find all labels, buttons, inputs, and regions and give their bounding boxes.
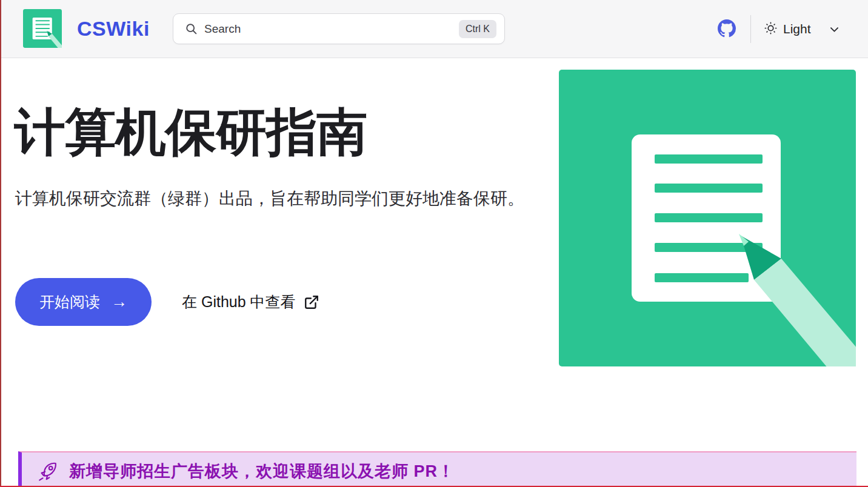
theme-toggle[interactable]: Light [764,16,840,42]
theme-label: Light [783,22,811,36]
hero-actions: 开始阅读 → 在 Github 中查看 [15,278,319,326]
search-input[interactable]: Search Ctrl K [173,13,505,44]
start-reading-label: 开始阅读 [39,292,100,312]
page: CSWiki Search Ctrl K [0,0,868,487]
brand-link[interactable]: CSWiki [23,9,150,48]
page-title: 计算机保研指南 [15,103,367,161]
site-header: CSWiki Search Ctrl K [0,0,868,58]
brand-title: CSWiki [77,17,150,41]
banner-text: 新增导师招生广告板块，欢迎课题组以及老师 PR！ [69,460,455,482]
github-link[interactable] [718,19,736,38]
rocket-icon [38,461,58,482]
search-shortcut: Ctrl K [459,20,496,38]
external-link-icon [304,294,319,310]
search-placeholder: Search [204,22,241,36]
search-icon [185,22,198,35]
arrow-right-icon: → [111,294,127,310]
hero-illustration [559,70,856,366]
logo-icon [23,9,62,48]
viewport-border-left [0,0,1,487]
github-view-label: 在 Github 中查看 [182,292,296,312]
notice-banner[interactable]: 新增导师招生广告板块，欢迎课题组以及老师 PR！ [18,451,856,487]
start-reading-button[interactable]: 开始阅读 → [15,278,152,326]
chevron-down-icon [829,24,840,35]
header-divider [750,15,751,43]
sun-icon [764,21,778,37]
hero-tagline: 计算机保研交流群（绿群）出品，旨在帮助同学们更好地准备保研。 [15,182,527,216]
github-view-link[interactable]: 在 Github 中查看 [182,292,319,312]
github-icon [718,29,736,39]
